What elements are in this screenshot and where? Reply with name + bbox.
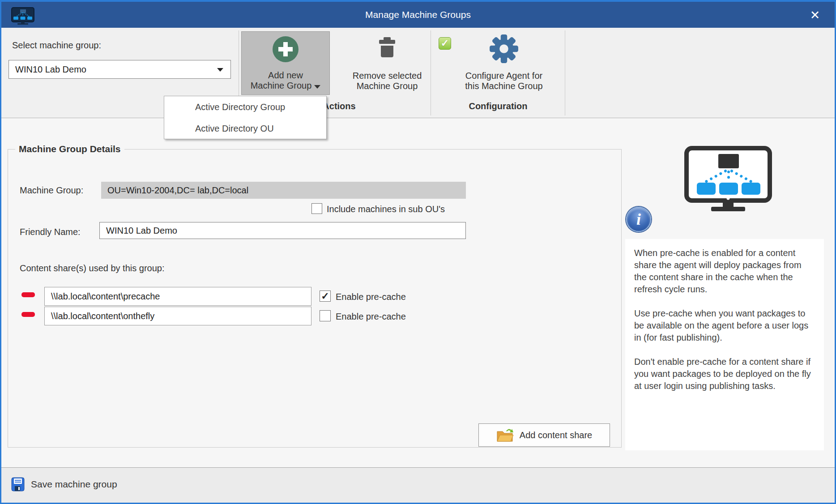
info-icon: i: [626, 207, 651, 232]
plus-icon: [273, 36, 299, 62]
enable-precache-label: Enable pre-cache: [336, 292, 406, 302]
configure-label-line1: Configure Agent for: [445, 71, 563, 81]
remove-share-button[interactable]: [21, 292, 35, 297]
machine-group-combobox-value: WIN10 Lab Demo: [15, 64, 86, 74]
machine-group-label: Machine Group:: [20, 185, 83, 196]
toolbar-ribbon: Select machine group: WIN10 Lab Demo Add…: [1, 28, 835, 118]
include-sub-ous-checkbox[interactable]: [311, 203, 322, 214]
add-machine-group-menu: Active Directory Group Active Directory …: [164, 96, 327, 139]
save-machine-group-button[interactable]: Save machine group: [10, 477, 117, 492]
friendly-name-label: Friendly Name:: [20, 227, 81, 237]
enable-precache-label: Enable pre-cache: [336, 312, 406, 322]
precache-help-panel: When pre-cache is enabled for a content …: [625, 239, 824, 450]
close-button[interactable]: ✕: [806, 6, 824, 24]
configure-label-line2: this Machine Group: [445, 81, 563, 91]
machine-group-network-icon: [683, 146, 773, 215]
add-content-share-label: Add content share: [520, 430, 592, 440]
ribbon-group-label-configuration: Configuration: [431, 101, 565, 111]
help-paragraph: Don't enable pre-cache for a content sha…: [634, 356, 815, 392]
remove-label-line1: Remove selected: [346, 71, 428, 81]
remove-machine-group-button[interactable]: Remove selected Machine Group: [346, 31, 428, 95]
machine-group-field: OU=Win10-2004,DC= lab,DC=local: [101, 182, 466, 199]
machine-group-details-title: Machine Group Details: [15, 144, 124, 154]
machine-group-details-groupbox: Machine Group Details Machine Group: OU=…: [8, 144, 622, 448]
configure-agent-button[interactable]: Configure Agent for this Machine Group: [445, 31, 563, 95]
enable-precache-checkbox[interactable]: [320, 310, 331, 321]
content-shares-label: Content share(s) used by this group:: [20, 263, 165, 273]
select-machine-group-label: Select machine group:: [12, 40, 101, 51]
content-share-path-field[interactable]: \\lab.local\content\precache: [44, 287, 311, 306]
trash-icon: [376, 37, 398, 59]
open-folder-icon: [496, 427, 514, 443]
remove-share-button[interactable]: [21, 312, 35, 317]
add-new-machine-group-button[interactable]: Add new Machine Group: [241, 31, 330, 95]
add-content-share-button[interactable]: Add content share: [478, 423, 610, 447]
save-machine-group-label: Save machine group: [31, 479, 117, 490]
help-paragraph: Use pre-cache when you want packages to …: [634, 308, 815, 344]
include-sub-ous-label: Include machines in sub OU's: [327, 204, 445, 214]
title-bar: Manage Machine Groups ✕: [1, 2, 835, 28]
gear-icon: [489, 34, 519, 64]
window-title: Manage Machine Groups: [1, 2, 835, 28]
save-floppy-icon: [10, 477, 26, 492]
machine-group-combobox[interactable]: WIN10 Lab Demo: [9, 60, 231, 79]
manage-machine-groups-window: Manage Machine Groups ✕ Select machine g…: [0, 0, 836, 504]
split-button-arrow-icon[interactable]: [314, 85, 320, 89]
footer-bar: Save machine group: [1, 467, 835, 503]
friendly-name-field[interactable]: WIN10 Lab Demo: [99, 222, 466, 239]
enable-precache-checkbox[interactable]: [320, 290, 331, 302]
content-share-path-field[interactable]: \\lab.local\content\onthefly: [44, 307, 311, 325]
remove-label-line2: Machine Group: [346, 81, 428, 91]
add-new-label-line2: Machine Group: [251, 81, 312, 90]
add-new-label-line1: Add new: [242, 70, 329, 81]
menu-item-active-directory-group[interactable]: Active Directory Group: [164, 96, 326, 118]
help-paragraph: When pre-cache is enabled for a content …: [634, 247, 815, 295]
combobox-dropdown-arrow-icon[interactable]: [217, 68, 223, 72]
menu-item-active-directory-ou[interactable]: Active Directory OU: [164, 118, 326, 139]
